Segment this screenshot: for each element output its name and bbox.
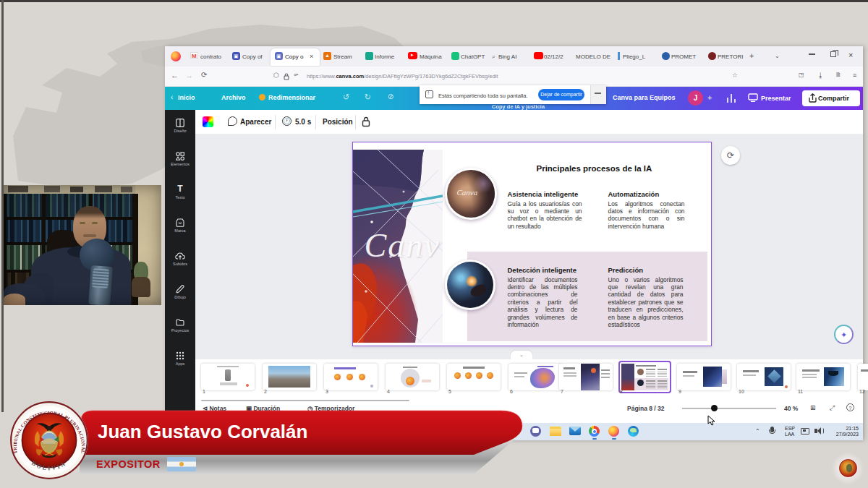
svg-text:EXPOSITOR: EXPOSITOR bbox=[96, 458, 161, 470]
svg-text:Juan Gustavo Corvalán: Juan Gustavo Corvalán bbox=[98, 421, 307, 442]
